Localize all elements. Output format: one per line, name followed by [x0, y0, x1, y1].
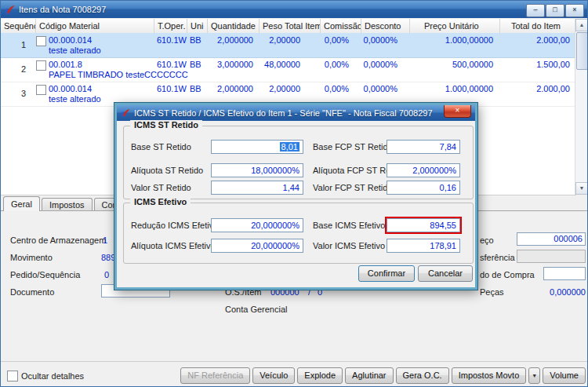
table-header: Sequência Código Material T.Oper. Uni Qu…: [1, 19, 576, 34]
cell-preco-unitario: 1.000,00000: [419, 84, 493, 93]
gera-oc-button[interactable]: Gera O.C.: [396, 367, 449, 384]
aliquota-fcp-st-retido-input[interactable]: 2,000000%: [387, 163, 460, 177]
valor-icms-efetivo-label: Valor ICMS Efetivo: [313, 241, 385, 250]
reducao-icms-efetivo-input[interactable]: 20,000000%: [211, 218, 303, 232]
cell-desconto: 0,0000%: [355, 84, 397, 93]
pedido-sequencia-label: Pedido/Sequência: [10, 270, 80, 279]
cell-comissao: 0,00%: [313, 60, 349, 69]
dialog-app-icon: [121, 108, 130, 118]
col-preco-unitario[interactable]: Preço Unitário: [410, 19, 500, 33]
col-quantidade[interactable]: Quantidade: [208, 19, 260, 33]
cell-sequencia: 3: [1, 89, 26, 98]
cell-uni: BB: [190, 60, 201, 69]
cell-toper: 610.1W: [157, 84, 187, 93]
cell-quantidade: 3,000000: [203, 60, 253, 69]
base-fcp-st-retido-input[interactable]: 7,84: [387, 140, 460, 154]
cell-codigo: 00.000.014: [49, 35, 92, 45]
col-uni[interactable]: Uni: [187, 19, 208, 33]
aliquota-st-retido-input[interactable]: 18,000000%: [211, 163, 303, 177]
cell-toper: 610.1W: [157, 35, 187, 45]
movimento-label: Movimento: [10, 253, 53, 262]
cell-total-item: 2.000,00: [495, 35, 570, 45]
close-icon[interactable]: ×: [565, 4, 584, 17]
dialog-titlebar[interactable]: ICMS ST Retido / ICMS Efetivo do Item 1 …: [117, 105, 475, 121]
centro-armazenagem-value: 1: [103, 235, 107, 245]
scrollbar-thumb[interactable]: [576, 32, 588, 70]
base-st-retido-input[interactable]: 8,01: [211, 140, 303, 154]
dialog-content: ICMS ST Retido Base ST Retido 8,01 Base …: [117, 121, 475, 287]
valor-st-retido-label: Valor ST Retido: [131, 183, 191, 192]
cell-total-item: 1.500,00: [495, 60, 570, 69]
scroll-down-icon[interactable]: ▼: [575, 182, 588, 195]
vertical-scrollbar[interactable]: ▲ ▼: [575, 19, 587, 195]
col-desconto[interactable]: Desconto: [361, 19, 410, 33]
cell-sequencia: 2: [1, 64, 26, 74]
pedido-de-compra-input[interactable]: [543, 267, 586, 280]
volume-button[interactable]: Volume: [543, 367, 586, 384]
col-codigo-material[interactable]: Código Material: [36, 19, 154, 33]
col-toper[interactable]: T.Oper.: [154, 19, 187, 33]
maximize-icon[interactable]: □: [546, 4, 564, 17]
base-icms-efetivo-input[interactable]: 894,55: [387, 218, 460, 232]
main-titlebar[interactable]: Itens da Nota 7008297 – □ ×: [1, 1, 587, 18]
valor-icms-efetivo-input[interactable]: 178,91: [387, 239, 460, 253]
cell-preco-unitario: 500,00000: [419, 60, 493, 69]
cancelar-button[interactable]: Cancelar: [418, 265, 473, 282]
cell-codigo: 00.001.8: [49, 60, 82, 69]
minimize-icon[interactable]: –: [526, 4, 545, 17]
scroll-up-icon[interactable]: ▲: [575, 19, 588, 31]
icms-efetivo-group-title: ICMS Efetivo: [130, 197, 191, 206]
footer-divider: [1, 361, 587, 362]
row-checkbox[interactable]: [36, 85, 46, 95]
tab-impostos[interactable]: Impostos: [42, 198, 93, 211]
table-row[interactable]: 2 00.001.8 PAPEL TIMBRADO testeCCCCCCC 6…: [1, 57, 576, 82]
checkbox-box[interactable]: [7, 371, 18, 382]
valor-fcp-st-retido-label: Valor FCP ST Retido: [313, 183, 393, 192]
aliquota-icms-efetivo-input[interactable]: 20,000000%: [211, 239, 303, 253]
aglutinar-button[interactable]: Aglutinar: [345, 367, 393, 384]
cell-peso: 2,00000: [256, 84, 300, 93]
reducao-icms-efetivo-label: Redução ICMS Efetivo: [131, 221, 218, 230]
impostos-movto-dropdown-icon[interactable]: ▼: [528, 367, 540, 384]
cell-desconto: 0,0000%: [355, 35, 397, 45]
cell-comissao: 0,00%: [313, 35, 349, 45]
dialog-close-icon[interactable]: ×: [444, 105, 471, 118]
cell-preco-unitario: 1.000,00000: [419, 35, 493, 45]
impostos-movto-button[interactable]: Impostos Movto: [452, 367, 527, 384]
cell-sequencia: 1: [1, 40, 26, 49]
endereco-input[interactable]: 000006: [517, 232, 586, 246]
icms-efetivo-group: ICMS Efetivo: [123, 203, 474, 264]
dialog-title: ICMS ST Retido / ICMS Efetivo do Item 1 …: [134, 108, 433, 118]
cell-desconto: 0,0000%: [355, 60, 397, 69]
row-checkbox[interactable]: [36, 60, 46, 71]
tab-geral[interactable]: Geral: [3, 196, 40, 211]
col-comissao[interactable]: Comissão: [321, 19, 361, 33]
col-sequencia[interactable]: Sequência: [1, 19, 36, 33]
confirmar-button[interactable]: Confirmar: [358, 265, 415, 282]
cell-descricao: PAPEL TIMBRADO testeCCCCCCC: [49, 70, 188, 79]
col-total-item[interactable]: Total do Item: [500, 19, 576, 33]
valor-fcp-st-retido-input[interactable]: 0,16: [387, 181, 460, 195]
col-peso-total[interactable]: Peso Total Item: [260, 19, 321, 33]
pedido-sequencia-value: 0: [104, 270, 109, 279]
row-checkbox[interactable]: [36, 36, 46, 46]
veiculo-button[interactable]: Veículo: [252, 367, 295, 384]
itens-da-nota-window: Itens da Nota 7008297 – □ × Sequência Có…: [0, 0, 588, 387]
transferencia-input: [517, 250, 586, 263]
centro-armazenagem-label: Centro de Armazenagem: [10, 235, 106, 245]
explode-button[interactable]: Explode: [297, 367, 343, 384]
pecas-label: Peças: [480, 287, 504, 297]
endereco-partial-label: eço: [480, 235, 494, 245]
aliquota-icms-efetivo-label: Alíquota ICMS Efetivo: [131, 241, 216, 250]
cell-total-item: 2.000,00: [495, 84, 570, 93]
cell-uni: BB: [190, 35, 201, 45]
cell-quantidade: 2,000000: [203, 35, 253, 45]
transferencia-partial-label: sferência: [480, 253, 515, 262]
table-row[interactable]: 1 00.000.014 teste alterado 610.1W BB 2,…: [1, 33, 576, 58]
movimento-value: 889: [101, 253, 115, 262]
aliquota-st-retido-label: Alíquota ST Retido: [131, 166, 203, 175]
cell-peso: 2,00000: [256, 35, 300, 45]
ocultar-detalhes-checkbox[interactable]: Ocultar detalhes: [7, 371, 84, 382]
footer-button-bar: NF Referência Veículo Explode Aglutinar …: [180, 367, 586, 384]
valor-st-retido-input[interactable]: 1,44: [211, 181, 303, 195]
